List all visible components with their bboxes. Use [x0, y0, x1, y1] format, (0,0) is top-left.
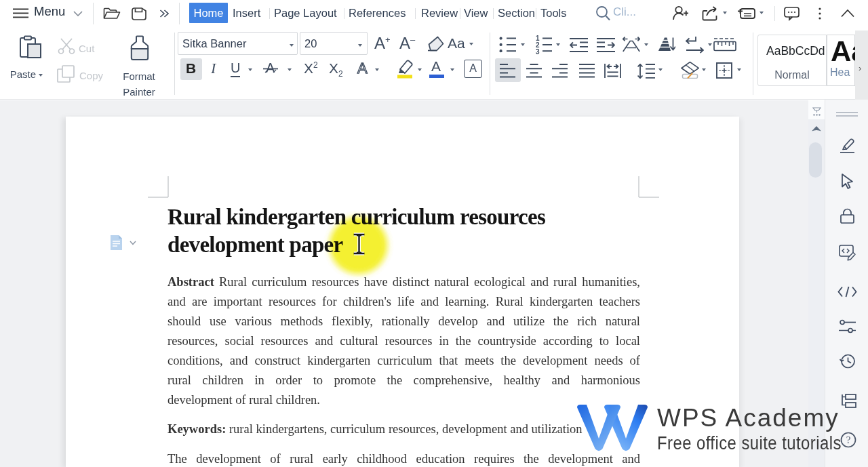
svg-text:3: 3	[536, 48, 540, 55]
